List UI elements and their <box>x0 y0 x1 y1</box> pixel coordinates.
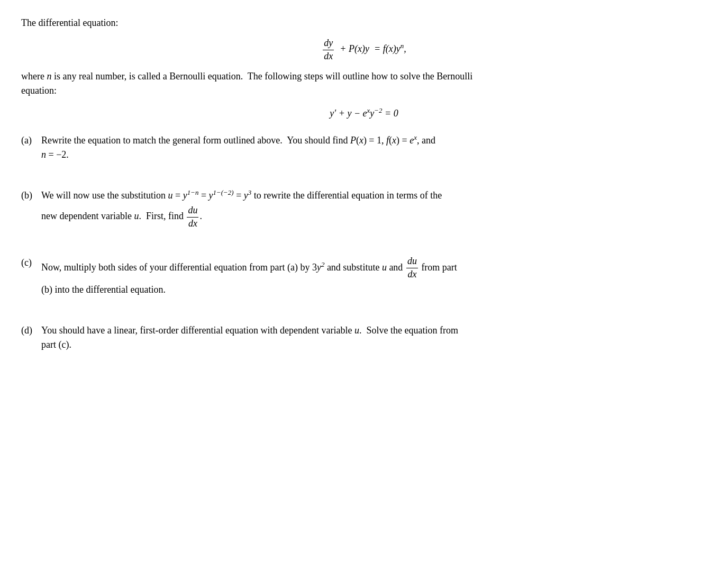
page-content: The differential equation: dy dx + P(x)y… <box>21 16 707 352</box>
main-equation: dy dx + P(x)y = f(x)yn, <box>21 38 707 62</box>
part-d-content: You should have a linear, first-order di… <box>41 323 707 352</box>
description-text: where n is any real number, is called a … <box>21 69 707 98</box>
parts-container: (a) Rewrite the equation to match the ge… <box>21 133 707 351</box>
part-c: (c) Now, multiply both sides of your dif… <box>21 256 707 296</box>
part-a-label: (a) <box>21 133 41 148</box>
part-d: (d) You should have a linear, first-orde… <box>21 323 707 352</box>
part-b-content: We will now use the substitution u = y1−… <box>41 188 707 229</box>
intro-text: The differential equation: <box>21 16 707 30</box>
du-dx-fraction-c: du dx <box>406 256 418 280</box>
example-equation: y′ + y − exy−2 = 0 <box>21 106 707 121</box>
part-d-label: (d) <box>21 323 41 338</box>
part-c-label: (c) <box>21 256 41 270</box>
part-a-content: Rewrite the equation to match the genera… <box>41 133 707 162</box>
part-b: (b) We will now use the substitution u =… <box>21 188 707 229</box>
du-dx-fraction-b: du dx <box>187 205 198 229</box>
part-c-content: Now, multiply both sides of your differe… <box>41 256 707 296</box>
part-b-label: (b) <box>21 188 41 203</box>
dy-dx-fraction: dy dx <box>323 38 334 62</box>
part-a: (a) Rewrite the equation to match the ge… <box>21 133 707 162</box>
